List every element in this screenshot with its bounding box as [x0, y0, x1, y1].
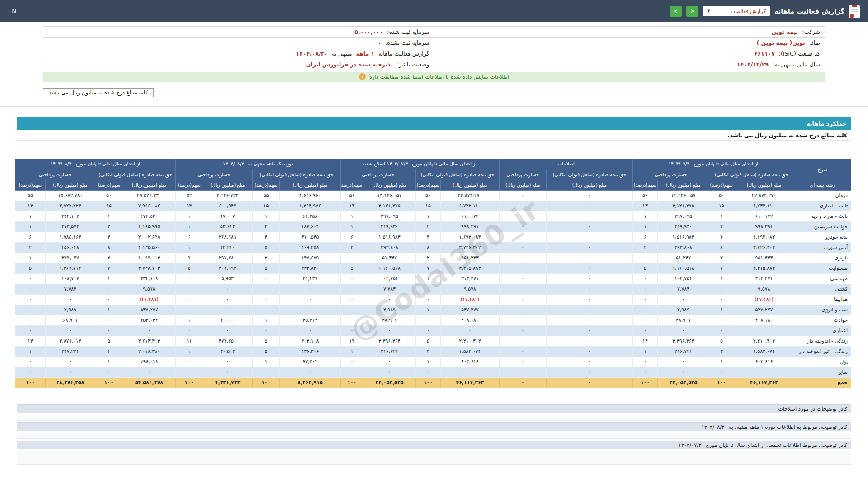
table-cell: ۱: [632, 346, 657, 357]
table-cell: ۰: [499, 346, 546, 357]
company-value: بیمه نوین: [772, 28, 798, 35]
table-cell: ۰: [175, 357, 203, 367]
table-cell: ۰: [95, 294, 123, 305]
nav-forward-button[interactable]: >: [670, 6, 682, 17]
table-row: کد صنعت (ISIC): ۶۶۱۱۰۷ گزارش فعالیت ماها…: [43, 48, 825, 59]
report-type-dropdown[interactable]: گزارش فعالیت د ▼: [703, 6, 770, 16]
insurance-line-label: درمان: [794, 190, 851, 201]
table-cell: ۵: [15, 263, 45, 273]
topbar: گزارش فعالیت ماهانه گزارش فعالیت د ▼ < >…: [0, 0, 868, 22]
table-cell: ۲,۲۱۰,۳۰۴: [440, 336, 499, 346]
table-cell: ۰: [363, 325, 415, 336]
table-cell: ۱۳: [340, 201, 363, 211]
table-cell: ۱۴: [15, 336, 45, 346]
total-row: جمع۴۶,۱۱۷,۳۶۳۱۰۰۲۴,۰۵۲,۵۲۵۱۰۰۰۰۴۶,۱۱۷,۳۶…: [15, 377, 851, 388]
report-icon: [849, 5, 860, 18]
table-cell: ۳,۳۱۵,۸۸۳: [440, 263, 499, 273]
table-cell: ۱۳,۴۳۶,۰۵۷: [658, 190, 709, 201]
col-amount-header: مبلغ (میلیون ریال): [45, 180, 95, 190]
table-cell: ۰: [499, 284, 546, 294]
nav-back-button[interactable]: <: [686, 6, 698, 17]
col-group-ytd-0730-corrected: از ابتدای سال مالی تا پایان مورخ ۱۴۰۴/۰۷…: [340, 159, 499, 169]
signed-data-match-bar: اطلاعات نمایش داده شده با اطلاعات امضا ش…: [43, 72, 825, 82]
insurance-line-label: پول: [794, 357, 851, 367]
col-share-header: سهم(درصد): [175, 180, 203, 190]
symbol-label: نماد:: [809, 39, 820, 46]
col-premium-header: حق بیمه صادره (شامل قبولی اتکایی): [546, 169, 632, 180]
cumulative-note-box: [17, 451, 851, 465]
table-cell: ۰: [252, 284, 279, 294]
table-cell: ۰: [252, 294, 279, 305]
insurance-line-label: زندگی - اندوخته دار: [794, 336, 851, 346]
table-cell: ۰: [632, 357, 657, 367]
table-cell: ۶۰۳,۶۱۶: [440, 357, 499, 367]
table-cell: ۹۵۱,۳۳۳: [734, 253, 794, 263]
table-cell: ۱۰۰: [175, 377, 203, 388]
table-cell: ۰: [203, 357, 252, 367]
table-cell: ۶: [340, 232, 363, 242]
table-cell: ۵۴,۵۸۱,۲۷۸: [123, 377, 175, 388]
table-row: نفت و انرژی۵۳۷,۲۷۷۱۲,۹۸۹۰۰۰۵۳۷,۲۷۷۱۲,۹۸۹…: [15, 305, 851, 315]
table-cell: ۱: [95, 211, 123, 221]
table-cell: ۳,۱۲۱,۲۷۵: [658, 201, 709, 211]
table-cell: ۵: [95, 336, 123, 346]
table-cell: ۱: [709, 211, 734, 221]
table-cell: ۰: [45, 294, 95, 305]
table-cell: ۱: [175, 346, 203, 357]
table-cell: ۱: [632, 211, 657, 221]
language-toggle-en[interactable]: EN: [8, 8, 16, 14]
table-cell: ۱: [175, 242, 203, 253]
report-type-dropdown-label: گزارش فعالیت د: [730, 8, 766, 14]
table-cell: ۰: [546, 294, 632, 305]
insurance-line-label: مسئولیت: [794, 263, 851, 273]
table-cell: ۲,۲۳۶,۷۲۳: [203, 190, 252, 201]
table-cell: ۰: [175, 305, 203, 315]
table-cell: ۰: [252, 367, 279, 377]
table-cell: ۶: [15, 232, 45, 242]
table-cell: ۱۳,۴۳۶,۰۵۷: [363, 190, 415, 201]
table-cell: ۰: [499, 294, 546, 305]
table-cell: ۳,۳۹۶,۳۶۴: [658, 336, 709, 346]
table-cell: ۴۰۹,۲۵۸: [279, 242, 340, 253]
table-cell: ۱: [95, 273, 123, 284]
table-cell: ۰: [175, 284, 203, 294]
table-cell: ۰: [546, 346, 632, 357]
col-share-header: سهم(درصد): [709, 180, 734, 190]
table-cell: ۰: [546, 253, 632, 263]
table-cell: ۰: [95, 367, 123, 377]
table-cell: ۱۰۸,۷۰۷: [45, 273, 95, 284]
table-cell: ۰: [175, 273, 203, 284]
table-cell: ۹,۵۷۸: [123, 284, 175, 294]
table-cell: ۴۵۶,۰۴۸: [45, 242, 95, 253]
table-cell: ۰: [632, 325, 657, 336]
table-cell: ۰: [499, 377, 546, 388]
table-cell: ۳۴۹,۰۲۷: [45, 253, 95, 263]
table-cell: ۱۳: [15, 201, 45, 211]
table-cell: ۰: [499, 190, 546, 201]
registered-capital-value: ۵,۰۰۰,۰۰۰: [354, 28, 383, 35]
table-cell: ۲۷,۵۲۱,۲۳۰: [123, 190, 175, 201]
table-cell: ۵۱,۳۴۷: [363, 253, 415, 263]
table-cell: ۸,۴۶۳,۹۱۵: [279, 377, 340, 388]
unregistered-capital-value: ۰: [377, 39, 381, 46]
table-cell: ۵۳,۶۴۳: [203, 221, 252, 232]
table-cell: ۰: [279, 367, 340, 377]
table-cell: ۰: [203, 284, 252, 294]
table-cell: ۰: [45, 325, 95, 336]
table-cell: ۰: [499, 357, 546, 367]
table-cell: ۰: [709, 284, 734, 294]
header-group-row: شرح از ابتدای سال مالی تا پایان مورخ ۱۴۰…: [15, 159, 851, 169]
table-cell: ۰: [546, 377, 632, 388]
table-cell: ۰: [499, 211, 546, 221]
table-cell: ۰: [252, 325, 279, 336]
table-cell: ۰: [45, 367, 95, 377]
table-cell: ۷: [709, 263, 734, 273]
table-row: شرکت: بیمه نوین سرمایه ثبت شده: ۵,۰۰۰,۰۰…: [43, 27, 825, 38]
col-amount-header: مبلغ (میلیون ریال): [203, 180, 252, 190]
table-row: زندگی - غیر اندوخته دار۱,۵۸۲,۰۷۴۳۲۱۶,۷۲۱…: [15, 346, 851, 357]
table-cell: ۲۹۷,۶۸۰: [203, 253, 252, 263]
table-cell: ۴: [252, 232, 279, 242]
table-cell: ۲,۹۸۹: [363, 305, 415, 315]
table-row: آتش سوزی۳,۷۲۶,۳۰۲۸۳۹۳,۸۰۸۲۰۰۳,۷۲۶,۳۰۲۸۳۹…: [15, 242, 851, 253]
table-cell: ۱: [95, 305, 123, 315]
